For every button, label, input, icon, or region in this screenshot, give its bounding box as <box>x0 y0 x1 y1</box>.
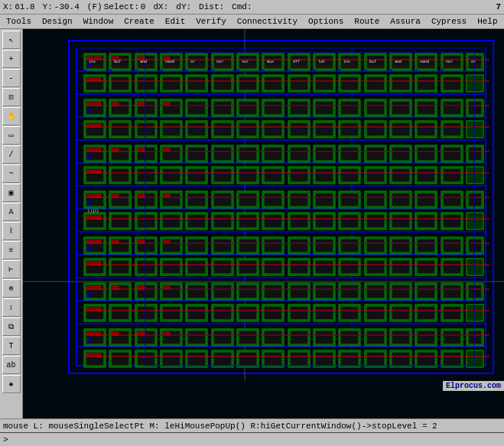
svg-text:buf: buf <box>369 59 376 63</box>
svg-rect-90 <box>366 77 385 90</box>
x-label: X: <box>3 2 13 11</box>
svg-rect-136 <box>135 70 138 72</box>
select-tool[interactable]: ↖ <box>2 31 21 49</box>
svg-rect-78 <box>213 77 232 90</box>
toolbar: ↖+-⊡✋▭/~▣A⌇≡⊢⊕↕⧉Tab◈ <box>0 29 23 418</box>
svg-rect-145 <box>365 70 367 72</box>
svg-text:xor: xor <box>242 59 249 63</box>
svg-rect-135 <box>109 70 112 72</box>
path-tool[interactable]: ~ <box>2 164 21 183</box>
menu-item-edit[interactable]: Edit <box>161 16 190 27</box>
svg-rect-84 <box>290 77 308 90</box>
menu-item-tools[interactable]: Tools <box>2 16 36 27</box>
svg-rect-88 <box>340 77 359 90</box>
y-coord: Y: -30.4 <box>43 2 80 11</box>
svg-rect-148 <box>441 70 444 72</box>
menu-bar: ToolsDesignWindowCreateEditVerifyConnect… <box>0 14 504 29</box>
menu-item-design[interactable]: Design <box>37 16 77 27</box>
snap-tool[interactable]: ⊕ <box>2 279 21 298</box>
svg-text:and: and <box>140 59 147 63</box>
svg-rect-143 <box>314 70 316 72</box>
svg-text:buf: buf <box>114 59 121 63</box>
dx-coord: dX: <box>153 2 168 11</box>
dx-label: dX: <box>153 2 168 11</box>
corner-number: 7 <box>496 2 501 11</box>
bottom-status-bar: mouse L: mouseSingleSelectPt M: leHiMous… <box>0 418 504 432</box>
instance-tool[interactable]: ▣ <box>2 184 21 202</box>
svg-text:nand: nand <box>165 59 174 63</box>
dy-label: dY: <box>176 2 191 11</box>
y-label: Y: <box>43 2 53 11</box>
move-tool[interactable]: ↕ <box>2 298 21 317</box>
command-line[interactable]: > <box>0 432 504 446</box>
svg-text:and: and <box>395 59 402 63</box>
svg-rect-67 <box>87 78 93 81</box>
svg-text:nor: nor <box>216 59 223 63</box>
svg-text:inv: inv <box>343 59 350 63</box>
status-text: mouse L: mouseSingleSelectPt M: leHiMous… <box>3 422 437 431</box>
canvas-area[interactable]: tdd <box>23 29 504 418</box>
rect-tool[interactable]: ▭ <box>2 126 21 145</box>
svg-rect-94 <box>417 77 435 90</box>
svg-rect-146 <box>390 70 392 72</box>
pan-tool[interactable]: ✋ <box>2 107 21 125</box>
svg-rect-82 <box>264 77 282 90</box>
f-label: (F) <box>87 2 102 11</box>
svg-rect-142 <box>288 70 291 72</box>
svg-rect-141 <box>262 70 265 72</box>
x-coord: X: 61.8 <box>3 2 35 11</box>
label-tool[interactable]: A <box>2 203 21 221</box>
svg-rect-92 <box>392 77 410 90</box>
x-value: 61.8 <box>15 2 34 11</box>
cmd-indicator: Cmd: <box>232 2 252 11</box>
svg-rect-86 <box>315 77 333 90</box>
menu-item-verify[interactable]: Verify <box>191 16 231 27</box>
ic-layout-canvas: tdd <box>23 29 504 418</box>
text-tool[interactable]: T <box>2 337 21 355</box>
zoom-fit-tool[interactable]: ⊡ <box>2 88 21 106</box>
ruler-tool[interactable]: ⊢ <box>2 260 21 278</box>
dist-indicator: Dist: <box>199 2 224 11</box>
svg-rect-137 <box>161 70 163 72</box>
svg-rect-139 <box>212 70 214 72</box>
svg-text:or: or <box>471 59 476 63</box>
watermark: Elprocus.com <box>443 381 504 391</box>
copy-tool[interactable]: ⧉ <box>2 317 21 336</box>
property-tool[interactable]: ≡ <box>2 241 21 259</box>
y-value: -30.4 <box>54 2 80 11</box>
extra-tool[interactable]: ◈ <box>2 375 21 393</box>
svg-rect-72 <box>137 77 155 90</box>
svg-text:mux: mux <box>267 59 274 63</box>
svg-text:lat: lat <box>318 59 325 63</box>
wire-tool[interactable]: ⌇ <box>2 222 21 240</box>
zoom-out-tool[interactable]: - <box>2 69 21 87</box>
f-indicator: (F) Select: 0 <box>87 2 146 11</box>
menu-item-window[interactable]: Window <box>79 16 119 27</box>
status-bar: X: 61.8 Y: -30.4 (F) Select: 0 dX: dY: D… <box>0 0 504 14</box>
zoom-in-tool[interactable]: + <box>2 50 21 68</box>
svg-rect-97 <box>467 75 483 92</box>
menu-item-route[interactable]: Route <box>350 16 384 27</box>
abc-tool[interactable]: ab <box>2 356 21 374</box>
svg-rect-144 <box>339 70 341 72</box>
menu-item-create[interactable]: Create <box>119 16 159 27</box>
svg-rect-70 <box>111 77 129 90</box>
menu-item-connectivity[interactable]: Connectivity <box>232 16 302 27</box>
svg-rect-147 <box>415 70 418 72</box>
svg-text:nor: nor <box>446 59 453 63</box>
svg-rect-138 <box>186 70 188 72</box>
svg-rect-96 <box>443 77 461 90</box>
svg-text:or: or <box>190 59 195 63</box>
svg-rect-74 <box>162 77 180 90</box>
menu-item-assura[interactable]: Assura <box>385 16 425 27</box>
menu-item-options[interactable]: Options <box>304 16 348 27</box>
dy-coord: dY: <box>176 2 191 11</box>
line-tool[interactable]: / <box>2 145 21 164</box>
prompt-text: > <box>3 435 8 444</box>
svg-text:dff: dff <box>293 59 300 63</box>
main-layout: ↖+-⊡✋▭/~▣A⌇≡⊢⊕↕⧉Tab◈ tdd <box>0 29 504 418</box>
svg-text:inv: inv <box>89 59 96 63</box>
menu-item-help[interactable]: Help <box>473 16 502 27</box>
menu-item-cypress[interactable]: Cypress <box>427 16 471 27</box>
svg-text:nand: nand <box>420 59 429 63</box>
